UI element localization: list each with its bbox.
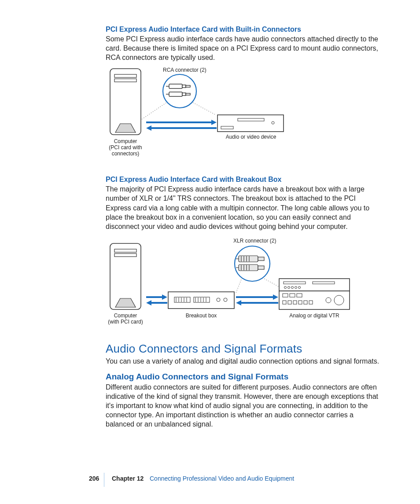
label-computer-l3: connectors)	[112, 151, 140, 157]
arrow-left-icon	[236, 300, 278, 305]
svg-line-12	[142, 103, 166, 119]
arrow-right-icon	[146, 294, 167, 300]
svg-rect-9	[182, 93, 186, 96]
xlr-connector-icon	[235, 246, 270, 281]
arrow-right-icon	[236, 294, 278, 300]
svg-rect-65	[279, 279, 350, 291]
svg-line-59	[236, 280, 241, 293]
heading-builtin-connectors: PCI Express Audio Interface Card with Bu…	[106, 26, 380, 33]
section-title-audio-connectors: Audio Connectors and Signal Formats	[106, 342, 380, 356]
page-footer: 206 Chapter 12 Connecting Professional V…	[0, 474, 420, 486]
svg-point-3	[163, 74, 196, 108]
svg-marker-62	[273, 294, 278, 300]
footer-rule	[104, 473, 104, 487]
body-breakout-box: The majority of PCI Express audio interf…	[106, 184, 380, 231]
label-computer2-l1: Computer	[114, 313, 137, 319]
svg-marker-15	[211, 120, 217, 125]
svg-rect-29	[168, 292, 234, 309]
body-builtin-connectors: Some PCI Express audio interface cards h…	[106, 34, 380, 62]
svg-rect-8	[169, 92, 182, 96]
arrow-right-icon	[146, 120, 217, 125]
arrow-left-icon	[146, 125, 217, 131]
svg-rect-6	[186, 85, 190, 87]
subsection-title-analog: Analog Audio Connectors and Signal Forma…	[106, 372, 380, 382]
body-analog: Different audio connectors are suited fo…	[106, 383, 380, 429]
vtr-icon	[279, 279, 350, 309]
label-computer-l1: Computer	[114, 138, 137, 144]
page-number: 206	[89, 475, 99, 482]
diagram-xlr: Computer (with PCI card)	[106, 235, 380, 330]
svg-line-13	[193, 103, 216, 115]
computer-icon	[110, 69, 141, 135]
rca-connector-icon	[163, 74, 196, 108]
label-vtr: Analog or digital VTR	[289, 313, 339, 319]
arrow-left-icon	[146, 300, 167, 305]
body-audio-connectors: You can use a variety of analog and digi…	[106, 357, 380, 366]
label-rca-connector: RCA connector (2)	[163, 67, 206, 73]
label-computer2-l2: (with PCI card)	[108, 319, 143, 325]
svg-rect-5	[182, 85, 186, 88]
label-breakout: Breakout box	[186, 313, 217, 319]
breakout-box-icon	[168, 292, 234, 309]
audio-device-icon	[217, 115, 284, 132]
svg-rect-49	[258, 266, 264, 269]
label-computer-l2: (PCI card with	[109, 144, 142, 151]
computer-icon	[110, 243, 141, 309]
chapter-label: Chapter 12	[112, 475, 144, 482]
svg-point-44	[235, 246, 270, 281]
label-xlr-connector: XLR connector (2)	[233, 238, 276, 244]
svg-marker-28	[146, 300, 151, 305]
diagram-rca: Computer (PCI card with connectors) RCA …	[106, 66, 380, 165]
svg-marker-26	[162, 294, 167, 300]
svg-marker-64	[236, 300, 241, 305]
heading-breakout-box: PCI Express Audio Interface Card with Br…	[106, 176, 380, 184]
label-audio-device: Audio or video device	[226, 134, 276, 140]
svg-rect-46	[258, 257, 264, 261]
chapter-title: Connecting Professional Video and Audio …	[150, 475, 294, 482]
svg-rect-10	[186, 93, 190, 95]
svg-marker-17	[146, 125, 151, 131]
svg-rect-4	[169, 84, 182, 88]
